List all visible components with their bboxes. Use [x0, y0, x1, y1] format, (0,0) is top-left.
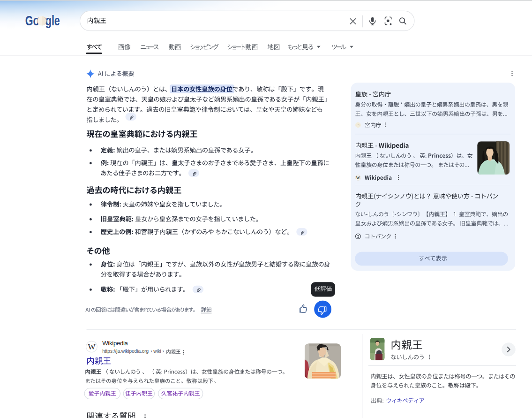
svg-text:https://ja.wikipedia.org: https://ja.wikipedia.org [102, 348, 149, 354]
svg-text:Wikipedia: Wikipedia [102, 340, 128, 347]
svg-text:W: W [356, 175, 360, 180]
svg-text:› wiki ›: › wiki › [150, 348, 164, 354]
svg-text:W: W [88, 342, 96, 351]
